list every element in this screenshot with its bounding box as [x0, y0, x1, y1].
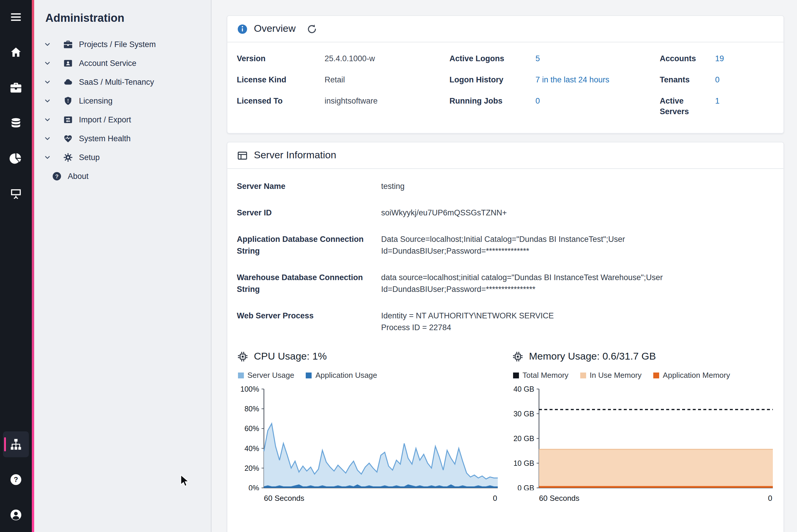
rail-top-group: [0, 4, 32, 207]
sidebar-item-setup[interactable]: Setup: [34, 148, 211, 167]
overview-field-link[interactable]: 19: [715, 50, 774, 68]
server-information-card: Server Information Server Name testing S…: [227, 142, 784, 532]
memory-chip-icon: [512, 351, 524, 362]
cpu-chip-icon: [237, 351, 249, 362]
shield-icon: [63, 96, 73, 106]
home-button[interactable]: [3, 39, 29, 65]
overview-field-link[interactable]: 0: [536, 92, 660, 121]
svg-text:20 GB: 20 GB: [513, 434, 534, 442]
account-card-icon: [63, 58, 73, 68]
sidebar-item-label: System Health: [79, 134, 131, 143]
server-info-value: data source=localhost;initial catalog="D…: [381, 272, 774, 296]
gear-icon: [63, 152, 73, 162]
presentation-icon: [10, 187, 22, 200]
form-icon: [237, 150, 248, 161]
sidebar-item-label: About: [68, 172, 89, 180]
overview-field-link[interactable]: 0: [715, 71, 774, 90]
app-window: Administration Projects / File System Ac…: [0, 0, 797, 532]
chevron-down-icon[interactable]: [43, 134, 51, 142]
server-info-value: Data Source=localhost;Initial Catalog="D…: [381, 234, 774, 257]
server-info-row: Application Database Connection String D…: [237, 227, 774, 265]
server-info-label: Application Database Connection String: [237, 234, 381, 257]
sidebar-item-saas-multi-tenancy[interactable]: SaaS / Multi-Tenancy: [34, 72, 211, 91]
chart-title-row: CPU Usage: 1%: [237, 351, 499, 362]
legend-item[interactable]: Server Usage: [238, 371, 294, 380]
chart-title-row: Memory Usage: 0.6/31.7 GB: [512, 351, 774, 362]
overview-field-link[interactable]: 5: [536, 50, 660, 68]
server-info-label: Server ID: [237, 207, 381, 219]
chart-xlabels: 60 Seconds 0: [237, 493, 499, 502]
svg-text:0%: 0%: [249, 484, 259, 490]
svg-text:20%: 20%: [244, 464, 259, 472]
sidebar-item-about[interactable]: About: [34, 167, 211, 185]
legend-label: Application Memory: [663, 371, 730, 380]
help-button[interactable]: [3, 467, 29, 493]
chart-xlabel-right: 0: [768, 494, 772, 502]
data-button[interactable]: [3, 110, 29, 136]
page-title: Administration: [46, 12, 211, 25]
sidebar-item-import-export[interactable]: Import / Export: [34, 110, 211, 129]
overview-field-link[interactable]: 1: [715, 92, 774, 121]
svg-text:0 GB: 0 GB: [518, 484, 534, 490]
overview-field-label: Accounts: [660, 50, 715, 68]
legend-swatch: [306, 372, 312, 378]
info-icon[interactable]: [237, 23, 248, 34]
card-title: Overview: [254, 23, 296, 35]
mouse-cursor: [180, 474, 190, 488]
avatar-icon: [10, 509, 22, 521]
sidebar-item-system-health[interactable]: System Health: [34, 129, 211, 148]
sidebar-item-projects-file-system[interactable]: Projects / File System: [34, 35, 211, 54]
overview-field-value: Retail: [325, 71, 450, 90]
account-button[interactable]: [3, 502, 29, 528]
usage-charts: CPU Usage: 1% Server UsageApplication Us…: [228, 341, 783, 532]
server-info-row: Server Name testing: [237, 174, 774, 200]
svg-text:10 GB: 10 GB: [513, 459, 534, 467]
chart-xlabels: 60 Seconds 0: [512, 493, 774, 502]
legend-item[interactable]: Application Memory: [653, 371, 730, 380]
server-info-row: Server ID soiWkyykj/eu7UP6mQSSGsTZNN+: [237, 200, 774, 227]
projects-button[interactable]: [3, 75, 29, 101]
refresh-icon[interactable]: [306, 23, 318, 34]
home-icon: [10, 46, 22, 59]
legend-item[interactable]: Application Usage: [306, 371, 377, 380]
overview-field-label: Active Logons: [450, 50, 536, 68]
memory-usage-chart: Memory Usage: 0.6/31.7 GB Total MemoryIn…: [512, 351, 774, 502]
chevron-down-icon[interactable]: [43, 59, 51, 67]
administration-button[interactable]: [3, 431, 29, 457]
legend-item[interactable]: Total Memory: [513, 371, 568, 380]
sitemap-icon: [10, 438, 22, 451]
cpu-usage-chart: CPU Usage: 1% Server UsageApplication Us…: [237, 351, 499, 502]
legend-swatch: [238, 372, 244, 378]
help-circle-icon: [10, 473, 22, 486]
svg-text:60%: 60%: [244, 424, 259, 433]
overview-field-link[interactable]: 7 in the last 24 hours: [536, 71, 660, 90]
sidebar-item-account-service[interactable]: Account Service: [34, 54, 211, 72]
svg-text:40%: 40%: [244, 444, 259, 453]
card-title: Server Information: [254, 150, 336, 161]
server-info-value: soiWkyykj/eu7UP6mQSSGsTZNN+: [381, 207, 774, 219]
server-info-value: Identity = NT AUTHORITY\NETWORK SERVICE …: [381, 310, 774, 334]
menu-toggle-button[interactable]: [3, 4, 29, 30]
legend-label: Server Usage: [248, 371, 294, 380]
overview-field-label: Licensed To: [237, 92, 325, 121]
chevron-down-icon[interactable]: [43, 153, 51, 161]
chevron-down-icon[interactable]: [43, 40, 51, 48]
server-info-rows: Server Name testing Server ID soiWkyykj/…: [228, 169, 783, 341]
sidebar-item-licensing[interactable]: Licensing: [34, 91, 211, 110]
svg-text:30 GB: 30 GB: [513, 410, 534, 418]
question-circle-icon: [52, 171, 62, 181]
chevron-down-icon[interactable]: [43, 116, 51, 123]
chevron-down-icon[interactable]: [43, 78, 51, 86]
server-info-label: Warehouse Database Connection String: [237, 272, 381, 296]
visuals-button[interactable]: [3, 145, 29, 171]
briefcase-icon: [63, 39, 73, 49]
chevron-down-icon[interactable]: [43, 97, 51, 104]
overview-card: Overview Version25.4.0.1000-wActive Logo…: [227, 15, 784, 134]
legend-item[interactable]: In Use Memory: [580, 371, 641, 380]
icon-rail: [0, 0, 32, 532]
overview-field-label: Version: [237, 50, 325, 68]
presentations-button[interactable]: [3, 180, 29, 207]
legend-swatch: [653, 372, 659, 378]
overview-field-label: Tenants: [660, 71, 715, 90]
rail-bottom-group: [0, 431, 32, 528]
